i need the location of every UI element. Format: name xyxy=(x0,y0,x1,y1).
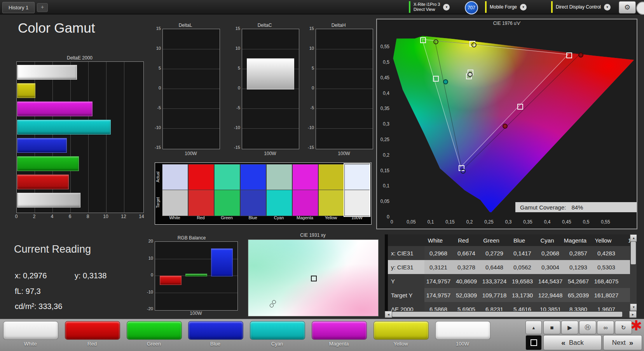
table-vertical-scrollbar[interactable]: ▲ ▼ xyxy=(630,234,637,311)
chart-title: DeltaE 2000 xyxy=(16,55,143,61)
chevron-down-icon[interactable]: ▾ xyxy=(520,4,527,10)
settings-button[interactable]: ⚙ xyxy=(619,1,636,14)
table-cell: 33 xyxy=(620,274,630,288)
scroll-up-button[interactable]: ▲ xyxy=(630,234,637,242)
patch-label: Yellow xyxy=(373,341,428,347)
row-label: Y xyxy=(388,274,424,288)
back-button[interactable]: « Back xyxy=(543,335,602,350)
pattern-bar: WhiteRedGreenBlueCyanMagentaYellow100W ▲… xyxy=(0,319,644,351)
table-horizontal-scrollbar[interactable]: ◄ ► xyxy=(385,311,637,318)
table-cell: 54,2667 xyxy=(564,274,592,288)
table-cell: 174,9757 xyxy=(424,274,452,288)
rgb-balance-chart: RGB Balance 20100-10-20 100W xyxy=(143,235,240,318)
cie1931-chart: CIE 1931 xy xyxy=(248,232,378,316)
rgb-bar-green xyxy=(185,274,207,276)
meter-count-badge[interactable]: 707 xyxy=(465,1,478,14)
table-cell: 0,3121 xyxy=(424,260,452,274)
patch-label: Blue xyxy=(188,341,243,347)
row-label: y: CIE31 xyxy=(388,260,424,274)
deltae-bar-magenta xyxy=(17,101,92,116)
down-arrow-icon: ▼ xyxy=(632,306,635,309)
pattern-window-button[interactable] xyxy=(525,335,542,350)
patch-button-green[interactable]: Green xyxy=(127,321,181,350)
reading-luminance: cd/m²: 333,36 xyxy=(15,302,62,311)
meter-accent xyxy=(409,1,410,13)
gridline xyxy=(163,108,220,109)
patch-button-yellow[interactable]: Yellow xyxy=(373,321,428,350)
rgb-balance-plot xyxy=(155,241,238,311)
meter-name: X-Rite i1Pro 3 xyxy=(414,2,440,7)
table-row[interactable]: ΔE 20006,58685,69056,82315,461610,38518,… xyxy=(385,302,630,311)
actual-swatch xyxy=(188,164,214,190)
tab-history[interactable]: History 1 xyxy=(2,2,35,13)
actual-swatch xyxy=(162,164,188,190)
table-cell: 168,4075 xyxy=(592,274,620,288)
chevron-down-icon[interactable]: ▾ xyxy=(443,4,450,10)
column-header-Blue: Blue xyxy=(505,234,533,246)
table-row[interactable]: y: CIE310,31210,32780,64480,05620,30040,… xyxy=(385,260,630,274)
table-cell: 8,3380 xyxy=(564,302,592,311)
cie1976-marker-circle xyxy=(443,79,448,84)
table-row[interactable]: Target Y174,975752,0309109,771813,173012… xyxy=(385,288,630,302)
swatch-label: Magenta xyxy=(292,215,318,220)
scroll-down-button[interactable]: ▼ xyxy=(630,304,637,311)
row-label-actual: Actual xyxy=(156,164,161,190)
patch-button-blue[interactable]: Blue xyxy=(188,321,243,350)
target-swatch xyxy=(344,190,370,216)
scroll-right-button[interactable]: ► xyxy=(629,311,637,318)
column-header-Green: Green xyxy=(477,234,505,246)
refresh-button[interactable]: ↻ xyxy=(615,321,632,334)
patch-swatch xyxy=(373,321,429,340)
table-cell: 0,5303 xyxy=(592,260,620,274)
row-label-target: Target xyxy=(156,190,161,215)
chevron-down-icon[interactable]: ▾ xyxy=(604,4,611,10)
next-button[interactable]: Next » xyxy=(603,335,642,350)
patch-button-100w[interactable]: 100W xyxy=(435,321,490,350)
table-cell: 6,8231 xyxy=(480,302,508,311)
back-chevron-icon: « xyxy=(561,339,565,347)
patch-button-white[interactable]: White xyxy=(3,321,58,350)
row-label: x: CIE31 xyxy=(388,246,424,260)
scroll-left-button[interactable]: ◄ xyxy=(385,311,392,318)
patch-button-red[interactable]: Red xyxy=(65,321,119,350)
add-tab-button[interactable]: + xyxy=(37,3,48,12)
vertical-scroll-thumb[interactable] xyxy=(631,242,636,264)
up-arrow-icon: ▲ xyxy=(532,325,536,330)
target-swatch xyxy=(240,190,266,216)
table-cell: 19,6583 xyxy=(508,274,536,288)
continuous-button[interactable]: ∞ xyxy=(597,321,614,334)
actual-swatch xyxy=(344,164,370,190)
cie1976-marker-circle xyxy=(578,52,583,58)
reading-fl: fL: 97,3 xyxy=(15,287,41,296)
left-arrow-icon: ◄ xyxy=(387,313,390,316)
row-label: ΔE 2000 xyxy=(388,302,424,311)
chart-title: DeltaL xyxy=(151,23,220,28)
display-control-dropdown[interactable]: Direct Display Control ▾ xyxy=(551,1,611,13)
table-cell: 133,3724 xyxy=(480,274,508,288)
gridline xyxy=(124,62,124,213)
column-header-10: 10 xyxy=(617,234,630,246)
table-cell: 0,3004 xyxy=(536,260,564,274)
source-dropdown[interactable]: Mobile Forge ▾ xyxy=(485,1,527,13)
column-header-Cyan: Cyan xyxy=(533,234,561,246)
stop-button[interactable]: ■ xyxy=(543,321,560,334)
column-header-White: White xyxy=(421,234,449,246)
deltae-bar-yellow xyxy=(17,83,35,98)
pattern-up-button[interactable]: ▲ xyxy=(525,321,542,334)
patch-button-magenta[interactable]: Magenta xyxy=(312,321,366,350)
edge-button[interactable] xyxy=(636,2,644,15)
next-chevron-icon: » xyxy=(629,339,634,347)
table-cell: 0,2968 xyxy=(424,246,452,260)
table-cell: 174,9757 xyxy=(424,288,452,302)
meter-h-button[interactable]: Ⓗ xyxy=(579,321,596,334)
table-row[interactable]: x: CIE310,29680,66740,27290,14170,20680,… xyxy=(385,246,630,260)
deltaH-plot xyxy=(316,29,373,149)
patch-button-cyan[interactable]: Cyan xyxy=(250,321,304,350)
meter-dropdown[interactable]: X-Rite i1Pro 3 Direct View ▾ xyxy=(409,1,450,13)
table-row[interactable]: Y174,975740,8609133,372419,6583144,54375… xyxy=(385,274,630,288)
alert-asterisk-icon[interactable]: ✱ xyxy=(630,318,642,334)
up-arrow-icon: ▲ xyxy=(632,236,635,240)
play-button[interactable]: ▶ xyxy=(561,321,578,334)
horizontal-scroll-thumb[interactable] xyxy=(392,312,622,317)
patch-swatch xyxy=(250,321,305,340)
